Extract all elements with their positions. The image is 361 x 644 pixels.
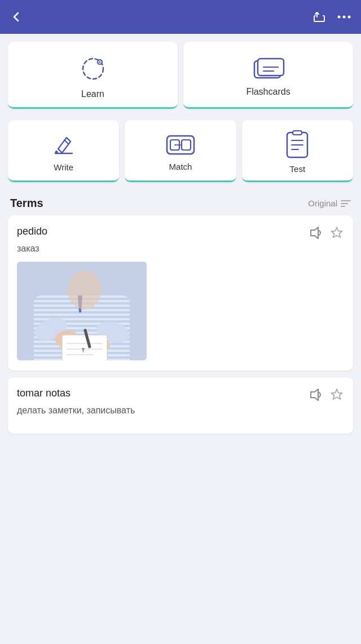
test-card[interactable]: Test	[242, 120, 353, 182]
flashcards-label: Flashcards	[246, 87, 290, 97]
term-translation-tomar-notas: делать заметки, записывать	[17, 405, 344, 416]
write-label: Write	[54, 162, 73, 172]
term-word-pedido: pedido	[17, 226, 47, 237]
svg-point-1	[343, 16, 346, 19]
audio-icon-tomar-notas[interactable]	[308, 387, 323, 402]
flashcards-card[interactable]: Flashcards	[183, 42, 353, 109]
term-translation-pedido: заказ	[17, 244, 344, 254]
star-icon-tomar-notas[interactable]	[329, 387, 344, 402]
more-icon[interactable]	[337, 15, 351, 19]
svg-point-41	[68, 270, 102, 310]
term-row-pedido: pedido	[17, 226, 344, 240]
header	[0, 0, 361, 34]
svg-marker-42	[311, 389, 318, 400]
match-icon	[166, 133, 195, 157]
learn-icon	[78, 54, 108, 83]
star-icon-pedido[interactable]	[329, 226, 344, 240]
svg-point-2	[348, 16, 351, 19]
terms-title: Terms	[10, 197, 43, 210]
term-card-tomar-notas: tomar notas делать заметки, записывать	[8, 377, 353, 434]
write-icon	[51, 132, 77, 158]
write-card[interactable]: Write	[8, 120, 119, 182]
mode-grid-bottom: Write Match Test	[0, 120, 361, 188]
match-card[interactable]: Match	[125, 120, 236, 182]
svg-rect-16	[182, 140, 191, 150]
term-card-pedido: pedido заказ	[8, 215, 353, 370]
header-left	[10, 11, 23, 23]
learn-card[interactable]: Learn	[8, 42, 178, 109]
share-icon[interactable]	[312, 10, 326, 24]
svg-point-13	[55, 151, 58, 154]
flashcards-icon	[252, 56, 285, 81]
term-actions-pedido	[308, 226, 344, 240]
learn-label: Learn	[81, 89, 104, 99]
svg-marker-23	[311, 227, 318, 239]
test-icon	[285, 130, 310, 160]
svg-rect-22	[293, 131, 302, 135]
svg-marker-43	[332, 389, 342, 399]
back-icon[interactable]	[10, 11, 23, 23]
term-row-tomar-notas: tomar notas	[17, 387, 344, 402]
mode-grid-top: Learn Flashcards	[0, 34, 361, 120]
audio-icon-pedido[interactable]	[308, 226, 323, 240]
match-label: Match	[169, 162, 192, 171]
svg-point-0	[338, 16, 341, 19]
svg-point-5	[99, 61, 100, 63]
svg-rect-34	[62, 335, 107, 360]
term-image-pedido	[17, 262, 147, 360]
sort-control[interactable]: Original	[308, 199, 351, 208]
term-actions-tomar-notas	[308, 387, 344, 402]
terms-header: Terms Original	[0, 188, 361, 215]
sort-label: Original	[308, 199, 337, 208]
test-label: Test	[290, 164, 306, 174]
term-word-tomar-notas: tomar notas	[17, 387, 71, 399]
sort-icon	[341, 200, 351, 207]
header-right	[312, 10, 351, 24]
svg-marker-24	[332, 227, 342, 237]
